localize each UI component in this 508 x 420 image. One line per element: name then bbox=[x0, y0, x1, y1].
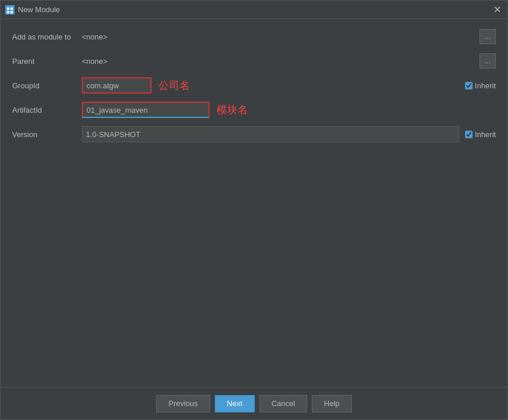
version-row: Version Inherit bbox=[12, 126, 496, 142]
dialog-content: Add as module to <none> ... Parent <none… bbox=[1, 19, 507, 387]
version-inherit-checkbox[interactable] bbox=[465, 131, 473, 138]
previous-button[interactable]: Previous bbox=[156, 395, 210, 412]
parent-value: <none> bbox=[82, 57, 107, 66]
artifactid-label: ArtifactId bbox=[12, 106, 82, 114]
add-as-module-dots-button[interactable]: ... bbox=[480, 29, 496, 44]
title-bar-text: New Module bbox=[18, 5, 491, 14]
artifactid-input[interactable] bbox=[82, 102, 210, 118]
groupid-inherit-label: Inherit bbox=[475, 81, 496, 90]
new-module-dialog: New Module ✕ Add as module to <none> ...… bbox=[0, 0, 508, 420]
parent-row: Parent <none> ... bbox=[12, 53, 496, 69]
groupid-inherit-wrapper: Inherit bbox=[465, 81, 496, 90]
help-button[interactable]: Help bbox=[312, 395, 352, 412]
add-as-module-label: Add as module to bbox=[12, 33, 82, 41]
dialog-icon bbox=[5, 5, 15, 15]
title-bar: New Module ✕ bbox=[1, 1, 507, 19]
close-button[interactable]: ✕ bbox=[491, 4, 503, 16]
svg-rect-4 bbox=[10, 11, 13, 13]
groupid-label: GroupId bbox=[12, 81, 82, 90]
add-as-module-row: Add as module to <none> ... bbox=[12, 28, 496, 45]
groupid-inherit-checkbox[interactable] bbox=[465, 82, 473, 89]
dialog-footer: Previous Next Cancel Help bbox=[1, 387, 507, 419]
empty-area bbox=[12, 150, 496, 378]
version-input[interactable] bbox=[82, 126, 459, 142]
groupid-row: GroupId com.atgw 公司名 Inherit bbox=[12, 77, 496, 94]
artifactid-annotation: 模块名 bbox=[217, 103, 248, 117]
svg-rect-1 bbox=[7, 8, 9, 10]
groupid-annotation: 公司名 bbox=[158, 78, 190, 92]
version-label: Version bbox=[12, 130, 82, 139]
parent-label: Parent bbox=[12, 57, 82, 66]
version-inherit-wrapper: Inherit bbox=[465, 130, 496, 139]
add-as-module-value: <none> bbox=[82, 33, 107, 41]
cancel-button[interactable]: Cancel bbox=[260, 395, 307, 412]
artifactid-row: ArtifactId 模块名 bbox=[12, 102, 496, 118]
svg-rect-3 bbox=[7, 11, 9, 13]
next-button[interactable]: Next bbox=[215, 395, 255, 412]
parent-dots-button[interactable]: ... bbox=[480, 53, 496, 69]
groupid-input[interactable]: com.atgw bbox=[82, 77, 152, 94]
version-inherit-label: Inherit bbox=[475, 130, 496, 139]
svg-rect-2 bbox=[10, 8, 13, 10]
